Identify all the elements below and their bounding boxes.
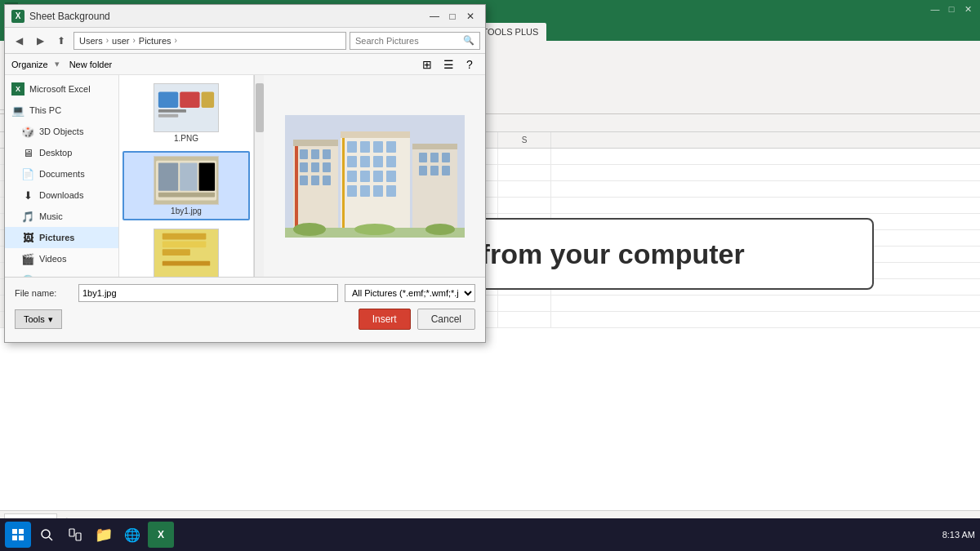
tools-button[interactable]: Tools ▾ xyxy=(15,309,62,329)
svg-rect-61 xyxy=(295,146,298,228)
svg-rect-29 xyxy=(158,92,178,109)
nav-documents-label: Documents xyxy=(39,169,85,179)
filename-input[interactable] xyxy=(78,284,338,302)
dialog-body: X Microsoft Excel 💻 This PC 🎲 3D Objects… xyxy=(5,75,485,277)
desktop-icon: 🖥 xyxy=(21,146,34,159)
dialog-title-bar: X Sheet Background — □ ✕ xyxy=(5,5,485,28)
dialog-search-box[interactable]: 🔍 xyxy=(350,32,480,50)
col-s: S xyxy=(498,132,551,148)
svg-rect-65 xyxy=(360,141,370,153)
cancel-button[interactable]: Cancel xyxy=(417,309,475,330)
svg-rect-84 xyxy=(430,153,439,162)
svg-rect-86 xyxy=(419,166,427,176)
nav-this-pc-label: This PC xyxy=(29,105,61,115)
svg-rect-93 xyxy=(12,529,17,534)
svg-rect-56 xyxy=(311,162,319,172)
path-arrow-2: › xyxy=(132,36,135,45)
svg-rect-54 xyxy=(323,149,331,159)
nav-videos-label: Videos xyxy=(39,254,66,264)
list-item[interactable]: 1by1.jpg xyxy=(122,151,250,220)
file-list-scrollbar[interactable] xyxy=(254,75,264,277)
list-item[interactable]: 3Capture.PNG xyxy=(122,224,250,277)
nav-this-pc[interactable]: 💻 This PC xyxy=(5,100,118,121)
svg-rect-77 xyxy=(360,185,370,197)
svg-rect-60 xyxy=(323,176,331,185)
dialog-secondary-toolbar: Organize ▾ New folder ⊞ ☰ ? xyxy=(5,54,485,75)
nav-3d-objects[interactable]: 🎲 3D Objects xyxy=(5,121,118,142)
svg-point-90 xyxy=(293,223,326,236)
file-list: 1.PNG xyxy=(119,75,254,277)
insert-button[interactable]: Insert xyxy=(359,309,411,330)
search-taskbar[interactable] xyxy=(33,522,60,548)
svg-rect-53 xyxy=(311,149,319,159)
svg-rect-78 xyxy=(373,185,383,197)
svg-rect-75 xyxy=(386,171,396,182)
search-icon: 🔍 xyxy=(463,35,474,46)
svg-rect-80 xyxy=(342,138,345,229)
svg-rect-83 xyxy=(419,153,427,162)
svg-rect-88 xyxy=(442,166,450,176)
scroll-thumb xyxy=(256,83,264,132)
task-view-button[interactable] xyxy=(62,522,88,548)
svg-rect-79 xyxy=(386,185,396,197)
svg-rect-66 xyxy=(373,141,383,153)
svg-rect-87 xyxy=(430,166,439,176)
file-name-1png: 1.PNG xyxy=(174,134,198,143)
tools-group: Tools ▾ xyxy=(15,309,62,329)
dialog-close[interactable]: ✕ xyxy=(462,8,479,24)
dialog-actions: Tools ▾ Insert Cancel xyxy=(15,309,475,330)
path-part-3: Pictures xyxy=(139,36,172,46)
start-button[interactable] xyxy=(5,522,31,548)
nav-microsoft-excel[interactable]: X Microsoft Excel xyxy=(5,78,118,100)
svg-rect-58 xyxy=(300,176,308,185)
nav-music[interactable]: 🎵 Music xyxy=(5,206,118,227)
up-button[interactable]: ⬆ xyxy=(52,32,70,50)
tools-dropdown-arrow: ▾ xyxy=(48,314,53,325)
file-thumbnail-1by1 xyxy=(154,156,219,205)
svg-rect-64 xyxy=(347,141,357,153)
maximize-button[interactable]: □ xyxy=(944,2,959,16)
dialog-path[interactable]: Users › user › Pictures › xyxy=(74,32,346,50)
nav-desktop-label: Desktop xyxy=(39,148,72,158)
file-explorer-taskbar[interactable]: 📁 xyxy=(91,522,117,548)
path-arrow-1: › xyxy=(106,36,109,45)
close-button[interactable]: ✕ xyxy=(960,2,975,16)
new-folder-label[interactable]: New folder xyxy=(69,60,113,69)
svg-line-98 xyxy=(49,537,52,540)
taskbar: 📁 🌐 X 8:13 AM xyxy=(0,518,980,551)
videos-icon: 🎬 xyxy=(21,252,34,265)
view-help-button[interactable]: ? xyxy=(461,56,479,73)
svg-rect-69 xyxy=(360,156,370,167)
dialog-minimize[interactable]: — xyxy=(426,8,443,24)
system-clock: 8:13 AM xyxy=(942,529,975,540)
back-button[interactable]: ◀ xyxy=(10,32,28,50)
forward-button[interactable]: ▶ xyxy=(31,32,49,50)
view-details-button[interactable]: ☰ xyxy=(439,56,457,73)
nav-desktop[interactable]: 🖥 Desktop xyxy=(5,142,118,163)
nav-pictures-label: Pictures xyxy=(39,233,74,242)
filetype-select[interactable]: All Pictures (*.emf;*.wmf;*.jpg;* xyxy=(345,284,475,302)
nav-pictures[interactable]: 🖼 Pictures xyxy=(5,227,118,248)
music-icon: 🎵 xyxy=(21,210,34,223)
file-thumbnail-1png xyxy=(154,83,219,132)
minimize-button[interactable]: — xyxy=(928,2,942,16)
svg-rect-76 xyxy=(347,185,357,197)
path-part-2: user xyxy=(112,36,129,46)
svg-rect-30 xyxy=(180,92,199,109)
excel-taskbar[interactable]: X xyxy=(148,522,174,548)
svg-rect-59 xyxy=(311,176,319,185)
nav-downloads[interactable]: ⬇ Downloads xyxy=(5,184,118,206)
edge-button[interactable]: 🌐 xyxy=(119,522,145,548)
nav-documents[interactable]: 📄 Documents xyxy=(5,163,118,184)
svg-rect-39 xyxy=(158,193,215,198)
search-input[interactable] xyxy=(355,36,460,46)
dialog-app-icon: X xyxy=(11,10,24,23)
list-item[interactable]: 1.PNG xyxy=(122,78,250,148)
dialog-maximize[interactable]: □ xyxy=(444,8,461,24)
view-mode-button[interactable]: ⊞ xyxy=(418,56,436,73)
dialog-title: Sheet Background xyxy=(29,11,426,22)
nav-excel-label: Microsoft Excel xyxy=(29,84,91,94)
nav-videos[interactable]: 🎬 Videos xyxy=(5,248,118,269)
nav-local-disk[interactable]: 💿 Local Disk (C:) xyxy=(5,269,118,277)
svg-rect-44 xyxy=(163,261,211,266)
